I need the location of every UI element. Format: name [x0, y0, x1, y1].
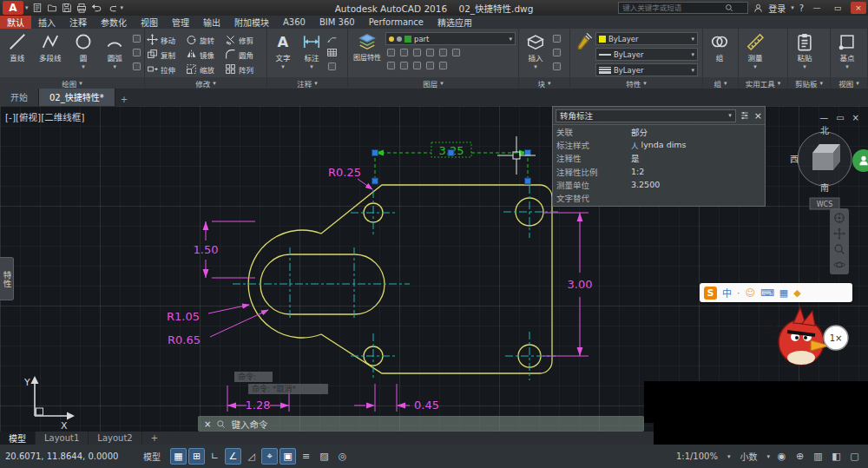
signin-label[interactable]: 登录: [768, 2, 786, 15]
app-menu-caret-icon[interactable]: ▾: [25, 4, 29, 11]
ime-mode-icon[interactable]: 中: [722, 286, 732, 300]
status-toggle-icon[interactable]: ∟: [207, 448, 223, 465]
panel-label-modify[interactable]: 修改▾: [145, 77, 266, 89]
command-search-icon[interactable]: [216, 419, 226, 429]
units-button[interactable]: 小数: [733, 447, 763, 465]
help-search[interactable]: [618, 2, 748, 14]
status-toggle-icon[interactable]: ◿: [243, 448, 260, 465]
move-button[interactable]: 移动: [147, 32, 186, 47]
ribbon-tab[interactable]: Performance: [362, 16, 431, 29]
search-icon[interactable]: [725, 3, 733, 12]
status-toggle-icon[interactable]: ∠: [225, 448, 241, 465]
qp-customize-icon[interactable]: [740, 110, 750, 121]
layer-tool-icon[interactable]: [398, 47, 410, 58]
search-input[interactable]: [622, 3, 725, 12]
panel-label-block[interactable]: 块▾: [519, 77, 569, 89]
qp-close-icon[interactable]: ×: [754, 111, 762, 121]
new-layout-button[interactable]: +: [142, 432, 167, 445]
panel-label-draw[interactable]: 绘图▾: [0, 77, 144, 89]
ime-punct-icon[interactable]: ·: [737, 287, 740, 299]
text-button[interactable]: 文字▾: [269, 30, 297, 70]
status-toggle-icon[interactable]: ⊞: [188, 448, 205, 465]
save-icon[interactable]: [62, 3, 72, 13]
signin-person-icon[interactable]: [753, 3, 763, 13]
ribbon-tab[interactable]: 管理: [165, 16, 196, 29]
ribbon-tab[interactable]: 默认: [0, 16, 31, 29]
view-base-button[interactable]: 基点▾: [832, 30, 862, 70]
table-icon[interactable]: [326, 47, 338, 58]
dim-caret-icon[interactable]: ▾: [310, 63, 313, 70]
panel-label-groups[interactable]: 组▾: [703, 77, 738, 89]
circle-caret-icon[interactable]: ▾: [82, 63, 85, 70]
new-tab-button[interactable]: +: [115, 93, 133, 106]
ribbon-tab[interactable]: 注释: [62, 16, 94, 29]
file-tab-document[interactable]: 02_快捷特性*: [39, 89, 115, 106]
layout-tab-layout2[interactable]: Layout2: [89, 432, 141, 445]
file-tab-start[interactable]: 开始: [0, 89, 39, 106]
ribbon-tab[interactable]: 插入: [31, 16, 62, 29]
layout-tab-layout1[interactable]: Layout1: [36, 432, 89, 445]
units-caret-icon[interactable]: ▾: [766, 453, 770, 460]
status-toggle-icon[interactable]: ◎: [334, 448, 351, 465]
line-button[interactable]: 直线: [2, 30, 32, 63]
group-button[interactable]: 组: [705, 30, 734, 63]
fillet-button[interactable]: 圆角: [225, 47, 264, 62]
measure-button[interactable]: 测量▾: [740, 30, 770, 70]
signin-caret-icon[interactable]: ▾: [791, 4, 794, 11]
layer-select[interactable]: part ▾: [385, 32, 516, 45]
mirror-button[interactable]: 镜像: [186, 47, 225, 62]
annotate-tool-icon[interactable]: [326, 61, 338, 72]
ribbon-tab[interactable]: BIM 360: [312, 16, 362, 29]
panel-label-annotate[interactable]: 注释▾: [267, 77, 347, 89]
insert-block-button[interactable]: 插入▾: [521, 30, 550, 70]
layout-tab-model[interactable]: 模型: [0, 432, 36, 445]
object-color-select[interactable]: ByLayer▾: [595, 32, 698, 45]
new-icon[interactable]: [32, 3, 43, 13]
open-icon[interactable]: [47, 3, 57, 13]
doc-minimize-icon[interactable]: —: [819, 113, 828, 122]
layer-tool-icon[interactable]: [437, 47, 449, 58]
plot-icon[interactable]: [76, 3, 87, 13]
layer-tool-icon[interactable]: [437, 60, 449, 71]
insert-caret-icon[interactable]: ▾: [534, 63, 537, 70]
zoom-icon[interactable]: [833, 243, 845, 255]
command-close-icon[interactable]: ×: [204, 419, 211, 429]
status-toggle-icon[interactable]: ⌖: [261, 448, 278, 465]
pan-icon[interactable]: [833, 227, 845, 240]
properties-palette-tab[interactable]: 特性: [0, 257, 14, 300]
status-toggle-icon[interactable]: ◧: [828, 448, 845, 465]
qp-row-annoscale[interactable]: 注释性比例1:2: [553, 165, 765, 178]
block-tool-icon[interactable]: [551, 61, 562, 72]
layer-tool-icon[interactable]: [385, 60, 397, 71]
ribbon-tab[interactable]: 参数化: [94, 16, 134, 29]
lineweight-select[interactable]: ByLayer▾: [595, 63, 698, 76]
ribbon-tab[interactable]: 附加模块: [227, 16, 276, 29]
ime-toolbox-icon[interactable]: ▦: [779, 287, 788, 299]
status-toggle-icon[interactable]: ⊕: [792, 448, 808, 465]
ribbon-tab[interactable]: 视图: [134, 16, 165, 29]
leader-icon[interactable]: [326, 33, 338, 44]
draw-tool-icon[interactable]: [131, 47, 142, 58]
centerlines[interactable]: [233, 186, 559, 380]
selected-dimension[interactable]: 3.25: [372, 142, 531, 184]
status-toggle-icon[interactable]: ▦: [170, 448, 187, 465]
arc-button[interactable]: 圆弧▾: [100, 30, 130, 70]
ribbon-tab[interactable]: A360: [276, 16, 312, 29]
panel-label-clipboard[interactable]: 剪贴板▾: [788, 77, 830, 89]
status-toggle-icon[interactable]: ≡: [298, 448, 314, 465]
ime-keyboard-icon[interactable]: ⌨: [760, 287, 774, 299]
status-toggle-icon[interactable]: ▨: [316, 448, 332, 465]
linetype-select[interactable]: ByLayer▾: [595, 48, 698, 61]
layer-properties-button[interactable]: 图层特性: [350, 30, 385, 62]
paste-button[interactable]: 粘贴▾: [790, 30, 819, 70]
qp-row-text-override[interactable]: 文字替代: [553, 191, 765, 204]
ime-emoji-icon[interactable]: ☺: [746, 287, 755, 299]
ime-logo-icon[interactable]: S: [704, 287, 717, 300]
qp-row-measurement[interactable]: 测量单位3.2500: [553, 178, 765, 191]
layer-tool-icon[interactable]: [385, 47, 397, 58]
grips[interactable]: [372, 150, 531, 185]
rotate-button[interactable]: 旋转: [186, 32, 225, 47]
object-type-select[interactable]: 转角标注 ▾: [556, 109, 736, 122]
layer-tool-icon[interactable]: [450, 47, 462, 58]
text-caret-icon[interactable]: ▾: [281, 63, 285, 70]
